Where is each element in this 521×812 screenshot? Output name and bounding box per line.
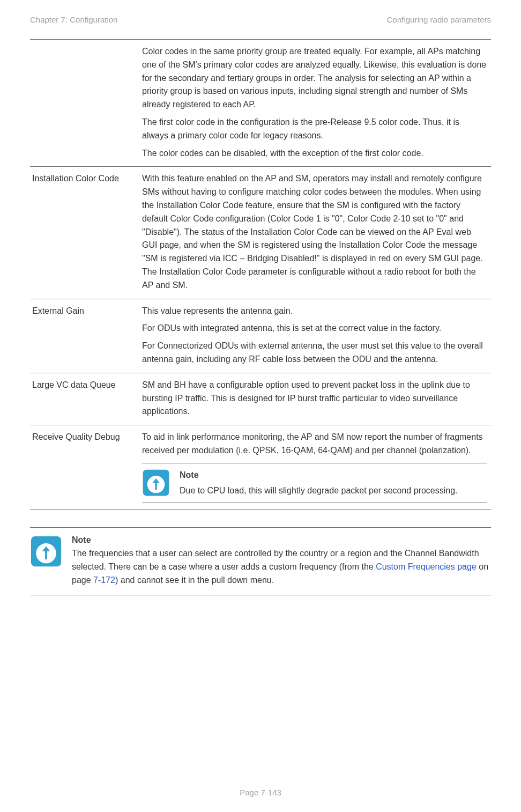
- custom-frequencies-link[interactable]: Custom Frequencies page: [376, 562, 477, 571]
- row-description: To aid in link performance monitoring, t…: [140, 425, 491, 510]
- note-text: The frequencies that a user can select a…: [72, 547, 491, 587]
- paragraph: Color codes in the same priority group a…: [142, 45, 487, 112]
- note-text: Due to CPU load, this will slightly degr…: [180, 484, 487, 498]
- info-icon: [30, 535, 62, 567]
- inline-note: Note Due to CPU load, this will slightly…: [142, 463, 487, 504]
- page-footer: Page 7-143: [0, 788, 521, 797]
- paragraph: With this feature enabled on the AP and …: [142, 172, 487, 292]
- page-reference-link[interactable]: 7-172: [93, 575, 115, 585]
- row-label: External Gain: [30, 299, 140, 373]
- table-row: Receive Quality Debug To aid in link per…: [30, 425, 491, 510]
- row-label: Receive Quality Debug: [30, 425, 140, 510]
- info-icon: [142, 469, 170, 497]
- row-label: Installation Color Code: [30, 167, 140, 299]
- note-text-suffix: ) and cannot see it in the pull down men…: [115, 575, 274, 585]
- header-right: Configuring radio parameters: [387, 15, 491, 24]
- table-row: External Gain This value represents the …: [30, 299, 491, 373]
- note-body: Note The frequencies that a user can sel…: [72, 535, 491, 587]
- parameters-table: Color codes in the same priority group a…: [30, 39, 491, 510]
- row-description: With this feature enabled on the AP and …: [140, 167, 491, 299]
- row-label: Large VC data Queue: [30, 373, 140, 425]
- header-left: Chapter 7: Configuration: [30, 15, 117, 24]
- paragraph: For ODUs with integrated antenna, this i…: [142, 322, 487, 335]
- page-header: Chapter 7: Configuration Configuring rad…: [30, 15, 491, 24]
- paragraph: To aid in link performance monitoring, t…: [142, 431, 487, 457]
- row-label: [30, 40, 140, 167]
- paragraph: This value represents the antenna gain.: [142, 305, 487, 318]
- standalone-note: Note The frequencies that a user can sel…: [30, 527, 491, 595]
- note-body: Note Due to CPU load, this will slightly…: [180, 469, 487, 498]
- note-row: Note Due to CPU load, this will slightly…: [142, 469, 487, 498]
- table-row: Installation Color Code With this featur…: [30, 167, 491, 299]
- note-label: Note: [180, 469, 487, 482]
- note-row: Note The frequencies that a user can sel…: [30, 535, 491, 587]
- row-description: This value represents the antenna gain. …: [140, 299, 491, 373]
- paragraph: For Connectorized ODUs with external ant…: [142, 339, 487, 366]
- note-label: Note: [72, 535, 491, 545]
- paragraph: The color codes can be disabled, with th…: [142, 147, 487, 160]
- page: Chapter 7: Configuration Configuring rad…: [0, 0, 521, 812]
- table-row: Color codes in the same priority group a…: [30, 40, 491, 167]
- row-description: Color codes in the same priority group a…: [140, 40, 491, 167]
- paragraph: The first color code in the configuratio…: [142, 116, 487, 143]
- row-description: SM and BH have a configurable option use…: [140, 373, 491, 425]
- paragraph: SM and BH have a configurable option use…: [142, 379, 487, 418]
- table-row: Large VC data Queue SM and BH have a con…: [30, 373, 491, 425]
